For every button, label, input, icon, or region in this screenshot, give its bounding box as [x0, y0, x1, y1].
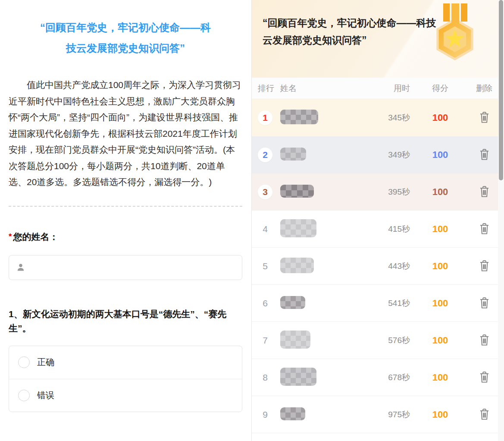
- redacted-name: [280, 258, 314, 273]
- required-asterisk: *: [9, 232, 12, 241]
- table-row: 3 395秒 100: [252, 173, 504, 211]
- survey-title: “回顾百年党史，牢记初心使命——科技云发展部党史知识问答”: [37, 17, 214, 59]
- screen: “回顾百年党史，牢记初心使命——科技云发展部党史知识问答” 值此中国共产党成立1…: [0, 0, 504, 441]
- time-value: 678秒: [356, 372, 410, 383]
- rank-table-body: 1 345秒 100 2 349秒 100: [252, 99, 504, 433]
- redacted-name: [280, 110, 318, 124]
- score-value: 100: [410, 261, 470, 272]
- rank-badge: 2: [258, 148, 272, 162]
- trash-icon: [479, 223, 490, 235]
- question-1-block: 1、新文化运动初期的两大基本口号是“德先生”、“赛先生”。 正确 错误: [9, 307, 242, 412]
- redacted-name: [280, 331, 310, 349]
- delete-button[interactable]: [478, 407, 491, 422]
- rank-badge: 5: [258, 259, 272, 274]
- delete-button[interactable]: [478, 185, 491, 199]
- column-header-delete: 删除: [470, 83, 498, 94]
- time-value: 345秒: [356, 112, 410, 123]
- table-row-partial: [252, 433, 504, 441]
- delete-button[interactable]: [478, 222, 491, 236]
- delete-button[interactable]: [478, 259, 491, 273]
- delete-button[interactable]: [478, 148, 491, 162]
- scrollbar-track[interactable]: [498, 0, 504, 441]
- rank-table-header: 排行 姓名 用时 得分 删除: [252, 78, 504, 99]
- option-row-correct[interactable]: 正确: [9, 346, 242, 379]
- table-row: 6 541秒 100: [252, 285, 504, 322]
- leaderboard-header: “回顾百年党史，牢记初心使命——科技云发展部党史知识问答”: [252, 0, 504, 78]
- radio-icon[interactable]: [18, 390, 30, 401]
- table-row: 7 576秒 100: [252, 322, 504, 359]
- question-1-title: 1、新文化运动初期的两大基本口号是“德先生”、“赛先生”。: [9, 307, 242, 335]
- redacted-name: [280, 185, 314, 198]
- trash-icon: [479, 408, 490, 421]
- column-header-time: 用时: [356, 83, 410, 94]
- score-value: 100: [410, 149, 470, 161]
- time-value: 395秒: [356, 186, 410, 198]
- redacted-name: [280, 219, 316, 237]
- option-label: 错误: [37, 390, 54, 401]
- delete-button[interactable]: [478, 333, 491, 347]
- name-field-label: 您的姓名：: [13, 232, 58, 242]
- score-value: 100: [410, 186, 470, 198]
- table-row: 5 443秒 100: [252, 248, 504, 285]
- rank-badge: 7: [258, 333, 272, 348]
- score-value: 100: [410, 335, 470, 346]
- column-header-name: 姓名: [280, 83, 356, 94]
- delete-button[interactable]: [478, 370, 491, 384]
- trash-icon: [479, 334, 490, 346]
- rank-badge: 6: [258, 296, 272, 311]
- table-row: 4 415秒 100: [252, 211, 504, 248]
- column-header-score: 得分: [410, 83, 470, 94]
- redacted-name: [280, 368, 316, 386]
- leaderboard-title: “回顾百年党史，牢记初心使命——科技云发展部党史知识问答”: [263, 14, 444, 49]
- radio-icon[interactable]: [18, 356, 30, 368]
- name-input-box[interactable]: [9, 255, 242, 280]
- name-field-label-row: *您的姓名：: [9, 231, 242, 243]
- trash-icon: [479, 297, 490, 309]
- score-value: 100: [410, 112, 470, 123]
- trash-icon: [479, 148, 490, 161]
- name-input[interactable]: [31, 259, 235, 276]
- time-value: 415秒: [356, 224, 410, 235]
- rank-badge: 3: [258, 185, 272, 199]
- delete-button[interactable]: [478, 296, 491, 310]
- leaderboard-pane: “回顾百年党史，牢记初心使命——科技云发展部党史知识问答” 排行 姓名 用时 得…: [252, 0, 504, 441]
- redacted-name: [280, 296, 305, 309]
- redacted-name: [280, 407, 305, 420]
- survey-form-pane: “回顾百年党史，牢记初心使命——科技云发展部党史知识问答” 值此中国共产党成立1…: [0, 0, 252, 441]
- time-value: 576秒: [356, 335, 410, 346]
- question-1-options-box: 正确 错误: [9, 346, 242, 412]
- option-row-wrong[interactable]: 错误: [9, 379, 242, 412]
- score-value: 100: [410, 372, 470, 383]
- rank-table: 排行 姓名 用时 得分 删除 1 345秒 100 2 349秒: [252, 78, 504, 441]
- time-value: 349秒: [356, 149, 410, 161]
- score-value: 100: [410, 224, 470, 235]
- time-value: 443秒: [356, 261, 410, 272]
- survey-intro: 值此中国共产党成立100周年之际，为深入学习贯彻习近平新时代中国特色社会主义思想…: [9, 77, 242, 190]
- rank-badge: 1: [258, 110, 272, 125]
- scrollbar-thumb[interactable]: [499, 0, 503, 180]
- table-row: 1 345秒 100: [252, 99, 504, 136]
- time-value: 975秒: [356, 409, 410, 420]
- delete-button[interactable]: [478, 110, 491, 125]
- redacted-name: [280, 148, 306, 161]
- score-value: 100: [410, 298, 470, 309]
- trash-icon: [479, 111, 490, 124]
- rank-badge: 4: [258, 222, 272, 236]
- table-row: 2 349秒 100: [252, 136, 504, 173]
- score-value: 100: [410, 409, 470, 420]
- trash-icon: [479, 186, 490, 198]
- table-row: 9 975秒 100: [252, 396, 504, 433]
- trash-icon: [479, 371, 490, 384]
- rank-badge: 9: [258, 407, 272, 422]
- time-value: 541秒: [356, 298, 410, 309]
- person-icon: [16, 262, 26, 273]
- option-label: 正确: [37, 356, 54, 368]
- dashed-divider: [9, 206, 242, 207]
- column-header-rank: 排行: [258, 83, 280, 94]
- trash-icon: [479, 260, 490, 272]
- rank-badge: 8: [258, 370, 272, 385]
- table-row: 8 678秒 100: [252, 359, 504, 396]
